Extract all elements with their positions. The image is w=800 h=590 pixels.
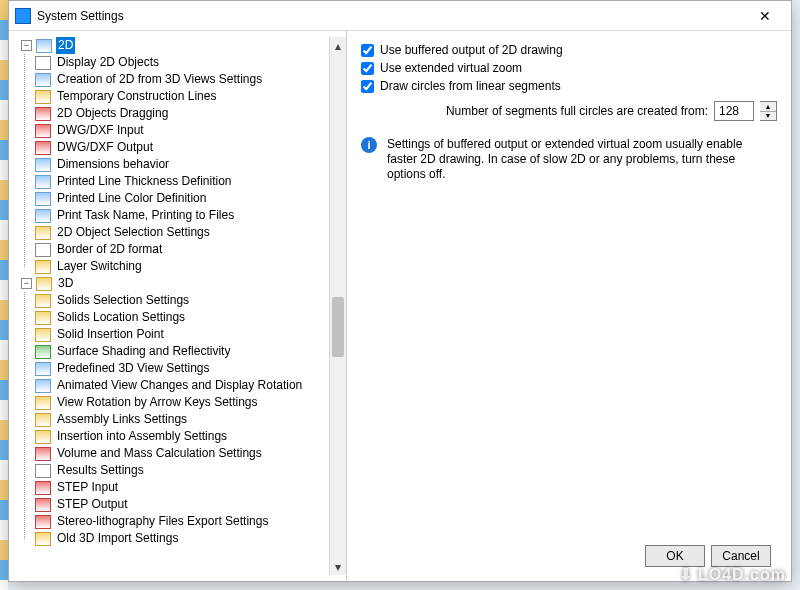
item-icon bbox=[35, 532, 51, 546]
segments-spinner[interactable]: ▲ ▼ bbox=[760, 101, 777, 121]
tree-item[interactable]: Display 2D Objects bbox=[35, 54, 346, 71]
dialog-buttons: OK Cancel bbox=[645, 545, 771, 567]
tree-item[interactable]: Solid Insertion Point bbox=[35, 326, 346, 343]
tree-item[interactable]: STEP Output bbox=[35, 496, 346, 513]
item-icon bbox=[35, 464, 51, 478]
tree-item[interactable]: Stereo-lithography Files Export Settings bbox=[35, 513, 346, 530]
tree-label: Printed Line Color Definition bbox=[55, 190, 208, 207]
item-icon bbox=[35, 192, 51, 206]
tree-item[interactable]: Assembly Links Settings bbox=[35, 411, 346, 428]
tree-item[interactable]: Dimensions behavior bbox=[35, 156, 346, 173]
item-icon bbox=[35, 209, 51, 223]
tree-root-2d-node[interactable]: 2D bbox=[56, 37, 75, 54]
tree-item[interactable]: Solids Location Settings bbox=[35, 309, 346, 326]
tree-item[interactable]: STEP Input bbox=[35, 479, 346, 496]
item-icon bbox=[35, 515, 51, 529]
tree-label: Results Settings bbox=[55, 462, 146, 479]
item-icon bbox=[35, 413, 51, 427]
checkbox-input[interactable] bbox=[361, 44, 374, 57]
checkbox-input[interactable] bbox=[361, 62, 374, 75]
item-icon bbox=[35, 294, 51, 308]
tree-item[interactable]: Animated View Changes and Display Rotati… bbox=[35, 377, 346, 394]
checkbox-virtual-zoom[interactable]: Use extended virtual zoom bbox=[361, 59, 777, 77]
tree-item[interactable]: View Rotation by Arrow Keys Settings bbox=[35, 394, 346, 411]
item-icon bbox=[35, 430, 51, 444]
tree-label: Solids Selection Settings bbox=[55, 292, 191, 309]
titlebar: System Settings ✕ bbox=[9, 1, 791, 31]
tree-label: Print Task Name, Printing to Files bbox=[55, 207, 236, 224]
tree-label: Solids Location Settings bbox=[55, 309, 187, 326]
tree-label: Border of 2D format bbox=[55, 241, 164, 258]
tree-item[interactable]: Old 3D Import Settings bbox=[35, 530, 346, 547]
tree-label: STEP Input bbox=[55, 479, 120, 496]
segments-input[interactable] bbox=[714, 101, 754, 121]
item-icon bbox=[35, 447, 51, 461]
tree-label: Creation of 2D from 3D Views Settings bbox=[55, 71, 264, 88]
tree-item[interactable]: Results Settings bbox=[35, 462, 346, 479]
tree-item[interactable]: DWG/DXF Input bbox=[35, 122, 346, 139]
tree-label: Solid Insertion Point bbox=[55, 326, 166, 343]
spinner-up-icon[interactable]: ▲ bbox=[760, 102, 776, 112]
tree-label: 2D bbox=[56, 37, 75, 54]
scroll-up-icon[interactable]: ▴ bbox=[330, 37, 346, 54]
tree-label: Predefined 3D View Settings bbox=[55, 360, 212, 377]
tree-item[interactable]: Solids Selection Settings bbox=[35, 292, 346, 309]
tree-root-3d[interactable]: − 3D bbox=[15, 275, 346, 292]
client-area: − 2D Display 2D Objects Creation of 2D f… bbox=[9, 31, 791, 581]
spinner-down-icon[interactable]: ▼ bbox=[760, 112, 776, 121]
info-text: Settings of buffered output or extended … bbox=[387, 137, 752, 182]
tree-label: STEP Output bbox=[55, 496, 129, 513]
tree-label: Volume and Mass Calculation Settings bbox=[55, 445, 264, 462]
settings-tree[interactable]: − 2D Display 2D Objects Creation of 2D f… bbox=[15, 37, 346, 547]
item-icon bbox=[35, 175, 51, 189]
tree-item[interactable]: Surface Shading and Reflectivity bbox=[35, 343, 346, 360]
item-icon bbox=[35, 107, 51, 121]
item-icon bbox=[35, 260, 51, 274]
tree-item[interactable]: Temporary Construction Lines bbox=[35, 88, 346, 105]
checkbox-input[interactable] bbox=[361, 80, 374, 93]
tree-root-2d[interactable]: − 2D bbox=[15, 37, 346, 54]
scroll-down-icon[interactable]: ▾ bbox=[330, 558, 346, 575]
tree-item[interactable]: Border of 2D format bbox=[35, 241, 346, 258]
tree-item[interactable]: Creation of 2D from 3D Views Settings bbox=[35, 71, 346, 88]
tree-label: Insertion into Assembly Settings bbox=[55, 428, 229, 445]
tree-label: View Rotation by Arrow Keys Settings bbox=[55, 394, 260, 411]
expander-icon[interactable]: − bbox=[21, 278, 32, 289]
folder-3d-icon bbox=[36, 277, 52, 291]
tree-root-3d-node[interactable]: 3D bbox=[56, 275, 75, 292]
item-icon bbox=[35, 345, 51, 359]
background-gutter bbox=[0, 0, 8, 590]
tree-wrap: − 2D Display 2D Objects Creation of 2D f… bbox=[15, 37, 346, 575]
tree-label: DWG/DXF Output bbox=[55, 139, 155, 156]
tree-item[interactable]: 2D Object Selection Settings bbox=[35, 224, 346, 241]
settings-window: System Settings ✕ − 2D Display 2D Object… bbox=[8, 0, 792, 582]
item-icon bbox=[35, 396, 51, 410]
tree-item[interactable]: Printed Line Thickness Definition bbox=[35, 173, 346, 190]
tree-item[interactable]: Predefined 3D View Settings bbox=[35, 360, 346, 377]
tree-item[interactable]: Insertion into Assembly Settings bbox=[35, 428, 346, 445]
tree-label: 2D Object Selection Settings bbox=[55, 224, 212, 241]
tree-label: Animated View Changes and Display Rotati… bbox=[55, 377, 304, 394]
tree-label: Surface Shading and Reflectivity bbox=[55, 343, 232, 360]
item-icon bbox=[35, 141, 51, 155]
tree-item[interactable]: Printed Line Color Definition bbox=[35, 190, 346, 207]
cancel-button[interactable]: Cancel bbox=[711, 545, 771, 567]
tree-label: Display 2D Objects bbox=[55, 54, 161, 71]
folder-2d-icon bbox=[36, 39, 52, 53]
tree-item[interactable]: Layer Switching bbox=[35, 258, 346, 275]
tree-label: 3D bbox=[56, 275, 75, 292]
ok-button[interactable]: OK bbox=[645, 545, 705, 567]
close-button[interactable]: ✕ bbox=[745, 8, 785, 24]
checkbox-buffered-output[interactable]: Use buffered output of 2D drawing bbox=[361, 41, 777, 59]
tree-item[interactable]: DWG/DXF Output bbox=[35, 139, 346, 156]
tree-item[interactable]: Volume and Mass Calculation Settings bbox=[35, 445, 346, 462]
item-icon bbox=[35, 90, 51, 104]
tree-item[interactable]: Print Task Name, Printing to Files bbox=[35, 207, 346, 224]
item-icon bbox=[35, 226, 51, 240]
expander-icon[interactable]: − bbox=[21, 40, 32, 51]
tree-label: Stereo-lithography Files Export Settings bbox=[55, 513, 270, 530]
tree-scrollbar[interactable]: ▴ ▾ bbox=[329, 37, 346, 575]
checkbox-linear-segments[interactable]: Draw circles from linear segments bbox=[361, 77, 777, 95]
scroll-thumb[interactable] bbox=[332, 297, 344, 357]
tree-item[interactable]: 2D Objects Dragging bbox=[35, 105, 346, 122]
